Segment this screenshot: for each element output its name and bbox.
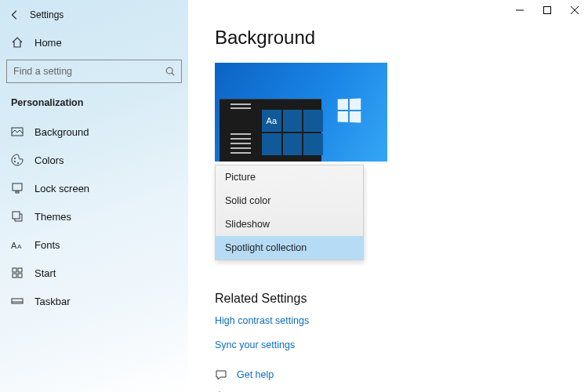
help-row-gethelp[interactable]: Get help xyxy=(215,368,575,381)
nav-label: Colors xyxy=(34,154,64,166)
app-title: Settings xyxy=(30,9,64,20)
sidebar-item-taskbar[interactable]: Taskbar xyxy=(0,287,188,315)
nav-label: Themes xyxy=(34,211,71,223)
svg-text:A: A xyxy=(17,243,22,250)
sidebar-item-background[interactable]: Background xyxy=(0,118,188,146)
dropdown-option-slideshow[interactable]: Slideshow xyxy=(216,212,363,236)
nav-label: Fonts xyxy=(34,239,60,251)
search-input[interactable] xyxy=(6,60,182,83)
nav-label: Background xyxy=(34,126,89,138)
home-icon xyxy=(11,36,24,49)
background-icon xyxy=(11,125,24,138)
colors-icon xyxy=(11,154,24,166)
svg-point-3 xyxy=(14,158,16,159)
close-button[interactable] xyxy=(561,0,588,20)
lockscreen-icon xyxy=(11,182,24,194)
background-type-dropdown[interactable]: Picture Solid color Slideshow Spotlight … xyxy=(215,165,364,260)
dropdown-option-picture[interactable]: Picture xyxy=(216,165,363,189)
get-help-label: Get help xyxy=(237,369,274,380)
main-content: Background Aa Picture Solid color Slides… xyxy=(188,0,588,392)
window-controls xyxy=(506,0,588,20)
svg-rect-15 xyxy=(12,299,23,303)
svg-point-4 xyxy=(14,161,16,162)
preview-start-menu: Aa xyxy=(220,99,321,162)
sidebar-item-themes[interactable]: Themes xyxy=(0,202,188,230)
themes-icon xyxy=(11,210,24,223)
nav-label: Start xyxy=(34,267,56,279)
sidebar: Settings Home Personalization Background… xyxy=(0,0,188,392)
svg-rect-7 xyxy=(16,191,19,193)
svg-rect-11 xyxy=(13,268,16,272)
svg-rect-14 xyxy=(18,274,22,278)
sidebar-header: Settings xyxy=(0,5,188,30)
svg-rect-13 xyxy=(13,274,16,278)
taskbar-icon xyxy=(11,295,24,307)
preview-tile-aa: Aa xyxy=(262,110,281,132)
maximize-button[interactable] xyxy=(533,0,561,20)
sidebar-item-lockscreen[interactable]: Lock screen xyxy=(0,174,188,202)
fonts-icon: AA xyxy=(11,238,24,251)
page-title: Background xyxy=(215,27,575,49)
sidebar-item-colors[interactable]: Colors xyxy=(0,146,188,174)
nav-label: Taskbar xyxy=(34,296,71,307)
home-nav[interactable]: Home xyxy=(0,30,188,55)
nav-label: Lock screen xyxy=(34,183,89,194)
dropdown-option-solid[interactable]: Solid color xyxy=(216,189,363,212)
link-high-contrast[interactable]: High contrast settings xyxy=(215,315,309,326)
maximize-icon xyxy=(543,6,551,14)
svg-rect-6 xyxy=(13,183,22,191)
windows-logo-icon xyxy=(338,98,361,122)
dropdown-option-spotlight[interactable]: Spotlight collection xyxy=(216,236,363,260)
related-settings-title: Related Settings xyxy=(215,292,575,306)
close-icon xyxy=(571,6,579,14)
minimize-icon xyxy=(516,6,524,14)
back-arrow-icon xyxy=(9,9,20,20)
svg-point-5 xyxy=(17,162,19,164)
start-icon xyxy=(11,267,24,279)
svg-rect-18 xyxy=(543,7,550,14)
home-label: Home xyxy=(34,37,62,49)
background-preview: Aa xyxy=(215,63,387,162)
nav-list: Background Colors Lock screen Themes AA … xyxy=(0,118,188,315)
link-sync-settings[interactable]: Sync your settings xyxy=(215,339,295,350)
minimize-button[interactable] xyxy=(506,0,533,20)
svg-text:A: A xyxy=(11,241,17,250)
sidebar-item-fonts[interactable]: AA Fonts xyxy=(0,230,188,259)
svg-rect-8 xyxy=(13,212,20,219)
svg-rect-12 xyxy=(18,268,22,272)
chat-icon xyxy=(215,368,227,381)
search-container xyxy=(6,60,182,83)
category-label: Personalization xyxy=(0,94,188,118)
back-button[interactable] xyxy=(8,8,22,22)
sidebar-item-start[interactable]: Start xyxy=(0,259,188,287)
